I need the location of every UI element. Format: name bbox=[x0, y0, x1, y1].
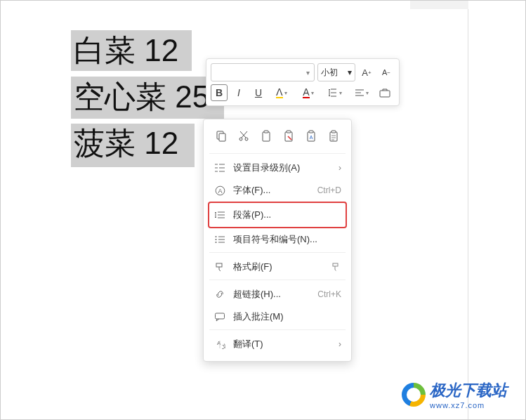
svg-text:文: 文 bbox=[222, 343, 225, 350]
toolbox-icon bbox=[379, 88, 390, 98]
menu-paragraph[interactable]: 段落(P)... bbox=[209, 204, 346, 226]
font-color-icon: A bbox=[303, 87, 309, 98]
chevron-down-icon: ▾ bbox=[339, 90, 342, 96]
bold-button[interactable]: B bbox=[211, 84, 228, 101]
paragraph-highlight: 段落(P)... bbox=[208, 202, 347, 228]
chevron-down-icon: ▾ bbox=[284, 90, 287, 96]
chevron-down-icon: ▾ bbox=[348, 67, 352, 77]
shortcut-hint: Ctrl+D bbox=[317, 185, 341, 195]
menu-label: 设置目录级别(A) bbox=[233, 162, 331, 174]
chevron-right-icon: › bbox=[338, 339, 341, 349]
svg-rect-0 bbox=[380, 91, 390, 97]
clipboard-list-icon bbox=[327, 130, 340, 143]
copy-button[interactable] bbox=[212, 128, 230, 145]
menu-separator bbox=[209, 252, 346, 253]
menu-outline-level[interactable]: 设置目录级别(A) › bbox=[209, 157, 346, 179]
italic-label: I bbox=[237, 87, 240, 98]
menu-bullets-numbering[interactable]: 项目符号和编号(N)... bbox=[209, 228, 346, 251]
menu-separator bbox=[209, 153, 346, 154]
svg-rect-5 bbox=[263, 132, 270, 141]
page-margin-right bbox=[468, 1, 525, 419]
svg-point-4 bbox=[245, 138, 248, 140]
link-icon bbox=[213, 289, 226, 299]
copy-icon bbox=[215, 130, 228, 143]
watermark: 极光下载站 www.xz7.com bbox=[402, 380, 507, 409]
svg-rect-21 bbox=[216, 313, 225, 319]
menu-label: 项目符号和编号(N)... bbox=[233, 233, 341, 246]
svg-point-17 bbox=[216, 239, 217, 240]
bold-label: B bbox=[216, 87, 223, 98]
chevron-down-icon: ▾ bbox=[306, 69, 310, 77]
font-family-select[interactable]: ▾ bbox=[211, 63, 315, 81]
clipboard-brush-icon bbox=[282, 130, 295, 143]
outline-icon bbox=[213, 163, 226, 173]
chevron-down-icon: ▾ bbox=[311, 90, 314, 96]
svg-rect-20 bbox=[333, 263, 338, 266]
watermark-url: www.xz7.com bbox=[430, 401, 507, 409]
watermark-logo-icon bbox=[402, 383, 426, 407]
svg-rect-2 bbox=[219, 133, 225, 141]
menu-separator bbox=[209, 329, 346, 330]
paste-special-button[interactable] bbox=[324, 128, 343, 145]
svg-point-18 bbox=[216, 242, 217, 243]
shortcut-hint: Ctrl+K bbox=[317, 289, 341, 299]
paste-button[interactable] bbox=[257, 128, 275, 145]
translate-icon: A文 bbox=[213, 339, 226, 350]
menu-translate[interactable]: A文 翻译(T) › bbox=[209, 333, 346, 355]
align-button[interactable]: ▾ bbox=[350, 84, 374, 101]
menu-label: 格式刷(F) bbox=[233, 261, 324, 273]
paste-text-button[interactable]: A bbox=[302, 128, 320, 145]
font-color-button[interactable]: A▾ bbox=[296, 84, 320, 101]
menu-label: 插入批注(M) bbox=[233, 310, 341, 323]
document-body[interactable]: 白菜 12 空心菜 25 菠菜 12 bbox=[74, 27, 209, 166]
paragraph-icon bbox=[213, 210, 226, 220]
menu-format-painter[interactable]: 格式刷(F) bbox=[209, 256, 346, 278]
svg-rect-10 bbox=[309, 131, 313, 133]
brush-icon bbox=[213, 262, 226, 273]
toolbox-button[interactable] bbox=[376, 84, 393, 101]
menu-font[interactable]: A 字体(F)... Ctrl+D bbox=[209, 179, 346, 202]
clipboard-text-icon: A bbox=[305, 130, 317, 143]
menu-insert-comment[interactable]: 插入批注(M) bbox=[209, 306, 346, 328]
increase-font-button[interactable]: A+ bbox=[358, 64, 375, 81]
menu-label: 段落(P)... bbox=[233, 209, 341, 221]
highlight-icon: ꓥ bbox=[276, 87, 283, 98]
svg-text:A: A bbox=[218, 188, 222, 195]
menu-separator bbox=[209, 280, 346, 280]
cut-button[interactable] bbox=[235, 128, 253, 145]
paste-format-button[interactable] bbox=[280, 128, 298, 145]
watermark-title: 极光下载站 bbox=[430, 381, 507, 399]
svg-point-3 bbox=[239, 138, 242, 140]
list-icon bbox=[213, 235, 226, 244]
menu-label: 翻译(T) bbox=[233, 338, 331, 350]
decrease-font-button[interactable]: A− bbox=[378, 64, 395, 81]
doc-line[interactable]: 菠菜 12 bbox=[74, 120, 209, 166]
scissors-icon bbox=[237, 130, 250, 143]
menu-label: 超链接(H)... bbox=[233, 288, 310, 301]
svg-text:A: A bbox=[310, 135, 313, 140]
menu-hyperlink[interactable]: 超链接(H)... Ctrl+K bbox=[209, 283, 346, 306]
comment-icon bbox=[213, 312, 226, 322]
doc-line[interactable]: 白菜 12 bbox=[74, 27, 209, 74]
format-painter-pin-icon bbox=[331, 262, 341, 272]
context-menu: A 设置目录级别(A) › A 字体(F)... Ctrl+D 段落(P)... bbox=[203, 119, 352, 362]
clipboard-icon bbox=[260, 130, 272, 143]
line-spacing-icon bbox=[328, 88, 338, 98]
line-spacing-button[interactable]: ▾ bbox=[323, 84, 347, 101]
doc-line[interactable]: 空心菜 25 bbox=[74, 74, 209, 120]
mini-toolbar: ▾ 小初 ▾ A+ A− B I U ꓥ▾ A▾ ▾ ▾ bbox=[206, 58, 400, 106]
svg-text:A: A bbox=[217, 340, 221, 346]
align-icon bbox=[355, 88, 364, 98]
font-icon: A bbox=[213, 185, 226, 196]
italic-button[interactable]: I bbox=[230, 84, 247, 101]
svg-rect-8 bbox=[287, 131, 291, 133]
underline-button[interactable]: U bbox=[250, 84, 267, 101]
menu-label: 字体(F)... bbox=[233, 184, 310, 197]
underline-label: U bbox=[255, 87, 262, 98]
font-size-select[interactable]: 小初 ▾ bbox=[317, 63, 355, 81]
svg-rect-19 bbox=[216, 263, 222, 267]
svg-rect-13 bbox=[331, 131, 336, 133]
chevron-down-icon: ▾ bbox=[366, 90, 369, 96]
highlight-color-button[interactable]: ꓥ▾ bbox=[270, 84, 294, 101]
chevron-right-icon: › bbox=[338, 163, 341, 173]
